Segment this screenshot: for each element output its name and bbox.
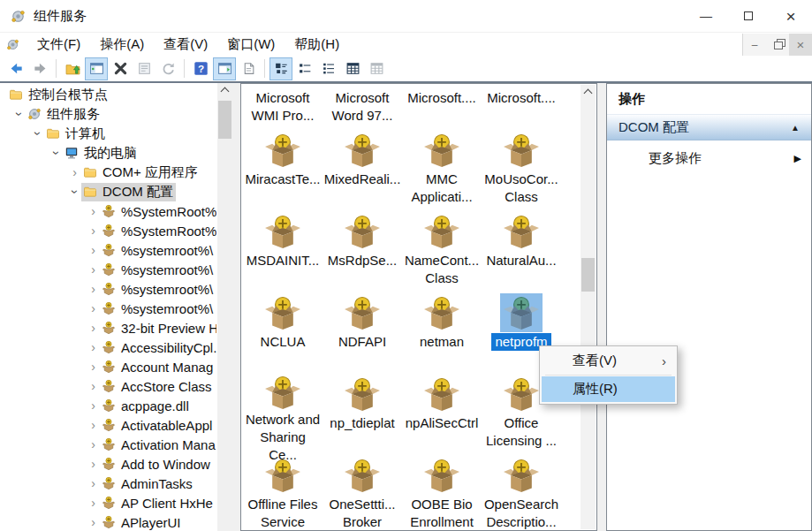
view-details-button[interactable]: [341, 57, 364, 80]
chevron-down-icon[interactable]: ›: [13, 108, 26, 121]
menu-item-help[interactable]: 帮助(H): [285, 34, 349, 55]
dcom-component[interactable]: Microsoft....: [482, 84, 561, 125]
mdi-close-button[interactable]: ×: [789, 34, 812, 56]
tree-item-21[interactable]: ›AP Client HxHe: [0, 493, 216, 512]
delete-button[interactable]: [109, 57, 132, 80]
dcom-component[interactable]: MMC Applicati...: [402, 125, 482, 206]
tree-item-14[interactable]: ›Account Manag: [0, 357, 216, 376]
tree-item-4[interactable]: ›COM+ 应用程序: [0, 163, 216, 182]
dcom-component[interactable]: Microsoft WMI Pro...: [243, 84, 323, 125]
menu-item-action[interactable]: 操作(A): [90, 34, 154, 55]
dcom-component[interactable]: OpenSearch Descriptio...: [482, 450, 561, 530]
properties-button[interactable]: [133, 57, 156, 80]
chevron-right-icon[interactable]: ›: [87, 477, 100, 489]
actions-section-header[interactable]: DCOM 配置 ▲: [607, 114, 811, 140]
chevron-right-icon[interactable]: ›: [87, 244, 100, 256]
chevron-right-icon[interactable]: ›: [87, 419, 100, 431]
tree-item-7[interactable]: ›%SystemRoot%: [0, 221, 216, 240]
chevron-right-icon[interactable]: ›: [87, 380, 100, 392]
menu-item-file[interactable]: 文件(F): [27, 34, 90, 55]
chevron-right-icon[interactable]: ›: [87, 341, 100, 353]
show-action-pane-button[interactable]: [213, 57, 236, 80]
dcom-component[interactable]: NameCont... Class: [402, 206, 482, 287]
dcom-component[interactable]: NaturalAu...: [482, 206, 561, 287]
tree-item-2[interactable]: ›计算机: [0, 124, 216, 143]
tree-item-9[interactable]: ›%systemroot%\: [0, 260, 216, 279]
tree-item-17[interactable]: ›ActivatableAppl: [0, 415, 216, 435]
tree-item-18[interactable]: ›Activation Mana: [0, 435, 216, 454]
close-button[interactable]: ×: [770, 0, 812, 32]
dcom-component[interactable]: NCLUA: [243, 287, 323, 368]
refresh-button[interactable]: [156, 57, 179, 80]
scroll-up-arrow-icon[interactable]: [581, 85, 596, 100]
context-menu-item-view[interactable]: 查看(V) ›: [542, 348, 675, 374]
scroll-up-arrow-icon[interactable]: [217, 83, 232, 98]
export-list-button[interactable]: [237, 57, 260, 80]
menu-item-window[interactable]: 窗口(W): [217, 34, 285, 55]
chevron-right-icon[interactable]: ›: [87, 224, 100, 237]
mdi-restore-button[interactable]: [766, 34, 789, 56]
tree-item-15[interactable]: ›AccStore Class: [0, 376, 216, 396]
chevron-right-icon[interactable]: ›: [87, 205, 100, 217]
tree-item-16[interactable]: ›acppage.dll: [0, 396, 216, 415]
dcom-component[interactable]: netman: [402, 287, 482, 368]
view-list-button[interactable]: [317, 57, 340, 80]
up-one-level-button[interactable]: [61, 57, 84, 80]
tree-item-12[interactable]: ›32-bit Preview H: [0, 318, 216, 338]
dcom-component[interactable]: npAliSecCtrl: [402, 368, 482, 450]
show-console-tree-button[interactable]: [85, 57, 108, 80]
view-small-icons-button[interactable]: [293, 57, 316, 80]
tree-item-8[interactable]: ›%systemroot%\: [0, 240, 216, 260]
collapse-arrow-icon[interactable]: ▲: [791, 123, 800, 133]
dcom-component[interactable]: OneSettti... Broker: [323, 450, 402, 530]
chevron-right-icon[interactable]: ›: [68, 166, 81, 178]
context-menu-item-properties[interactable]: 属性(R): [542, 376, 675, 402]
dcom-component[interactable]: np_tdieplat: [323, 368, 402, 450]
tree-item-0[interactable]: 控制台根节点: [0, 85, 216, 104]
tree-item-10[interactable]: ›%systemroot%\: [0, 279, 216, 299]
more-actions-item[interactable]: 更多操作 ▶: [607, 140, 811, 177]
tree-item-20[interactable]: ›AdminTasks: [0, 474, 216, 493]
tree-item-6[interactable]: ›%SystemRoot%: [0, 201, 216, 221]
chevron-right-icon[interactable]: ›: [87, 283, 100, 295]
dcom-component[interactable]: Microsoft....: [402, 84, 482, 125]
view-choose-columns-button[interactable]: [365, 57, 388, 80]
tree-item-22[interactable]: ›APlayerUI: [0, 512, 216, 531]
dcom-component[interactable]: Network and Sharing Ce...: [243, 368, 323, 450]
minimize-button[interactable]: —: [685, 0, 727, 32]
dcom-component[interactable]: MiracastTe...: [243, 125, 323, 206]
forward-button[interactable]: [28, 57, 51, 80]
chevron-down-icon[interactable]: ›: [69, 186, 81, 199]
list-scrollbar[interactable]: [581, 85, 596, 529]
scrollbar-thumb[interactable]: [218, 101, 231, 139]
dcom-component[interactable]: Offline Files Service: [243, 450, 323, 530]
tree-item-1[interactable]: ›组件服务: [0, 104, 216, 124]
mdi-minimize-button[interactable]: –: [743, 34, 766, 56]
help-button[interactable]: ?: [189, 57, 212, 80]
view-large-icons-button[interactable]: [269, 57, 292, 80]
scrollbar-thumb[interactable]: [581, 258, 595, 292]
chevron-right-icon[interactable]: ›: [87, 360, 100, 373]
tree-item-19[interactable]: ›Add to Window: [0, 454, 216, 474]
dcom-component[interactable]: MoUsoCor... Class: [482, 125, 561, 206]
tree-item-13[interactable]: ›AccessibilityCpl.: [0, 338, 216, 357]
chevron-right-icon[interactable]: ›: [87, 302, 100, 315]
menu-item-view[interactable]: 查看(V): [154, 34, 217, 55]
chevron-right-icon[interactable]: ›: [87, 497, 100, 509]
tree-item-5[interactable]: ›DCOM 配置: [0, 182, 216, 201]
dcom-component[interactable]: OOBE Bio Enrollment: [402, 450, 482, 530]
tree-scrollbar[interactable]: [217, 83, 232, 531]
dcom-component[interactable]: MSDAINIT...: [243, 206, 323, 287]
chevron-down-icon[interactable]: ›: [50, 147, 63, 160]
chevron-right-icon[interactable]: ›: [87, 263, 100, 276]
chevron-right-icon[interactable]: ›: [87, 322, 100, 334]
dcom-component[interactable]: Microsoft Word 97...: [323, 84, 402, 125]
tree-item-11[interactable]: ›%systemroot%\: [0, 299, 216, 318]
dcom-component[interactable]: NDFAPI: [323, 287, 402, 368]
back-button[interactable]: [4, 57, 27, 80]
maximize-button[interactable]: [727, 0, 770, 32]
tree-item-3[interactable]: ›我的电脑: [0, 143, 216, 163]
chevron-down-icon[interactable]: ›: [32, 127, 44, 140]
chevron-right-icon[interactable]: ›: [87, 438, 100, 451]
chevron-right-icon[interactable]: ›: [87, 516, 100, 528]
